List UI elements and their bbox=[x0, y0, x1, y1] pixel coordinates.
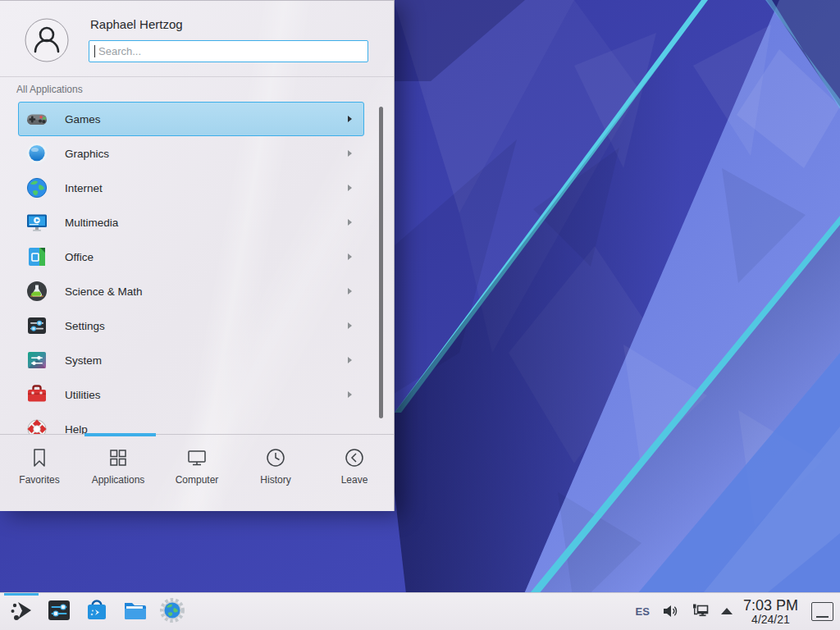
scrollbar-thumb[interactable] bbox=[379, 107, 383, 418]
kde-launcher-icon bbox=[8, 597, 34, 627]
menu-item-label: Graphics bbox=[65, 148, 109, 160]
submenu-arrow-icon bbox=[348, 322, 352, 329]
science-icon bbox=[25, 280, 48, 303]
keyboard-layout-indicator[interactable]: ES bbox=[636, 605, 650, 618]
tab-label: History bbox=[260, 474, 290, 486]
applications-icon bbox=[107, 447, 129, 468]
tab-applications[interactable]: Applications bbox=[79, 435, 158, 503]
user-avatar-icon[interactable] bbox=[25, 18, 69, 62]
favorites-icon bbox=[29, 447, 50, 468]
clock-date: 4/24/21 bbox=[743, 614, 798, 626]
tab-computer[interactable]: Computer bbox=[158, 435, 236, 503]
show-desktop-widget[interactable] bbox=[811, 602, 833, 621]
submenu-arrow-icon bbox=[348, 357, 352, 363]
menu-item-internet[interactable]: Internet bbox=[18, 171, 364, 205]
submenu-arrow-icon bbox=[348, 150, 352, 157]
active-tab-indicator bbox=[84, 433, 156, 436]
internet-icon bbox=[25, 176, 48, 199]
settings-icon bbox=[25, 314, 48, 337]
search-field-wrapper bbox=[89, 40, 368, 62]
tab-label: Applications bbox=[92, 474, 145, 486]
utilities-icon bbox=[25, 383, 48, 406]
user-name: Raphael Hertzog bbox=[90, 17, 183, 31]
submenu-arrow-icon bbox=[348, 288, 352, 294]
menu-item-label: Games bbox=[65, 113, 101, 126]
leave-icon bbox=[344, 447, 365, 468]
submenu-arrow-icon bbox=[348, 219, 352, 226]
graphics-icon bbox=[25, 142, 48, 165]
menu-item-graphics[interactable]: Graphics bbox=[18, 136, 364, 171]
menu-item-label: Help bbox=[65, 423, 88, 435]
menu-item-office[interactable]: Office bbox=[18, 240, 364, 274]
menu-item-label: Settings bbox=[65, 320, 105, 332]
search-input[interactable] bbox=[89, 40, 368, 62]
menu-item-multimedia[interactable]: Multimedia bbox=[18, 205, 364, 240]
volume-icon[interactable] bbox=[662, 603, 679, 619]
submenu-arrow-icon bbox=[348, 116, 352, 122]
menu-item-system[interactable]: System bbox=[18, 343, 364, 377]
games-icon bbox=[25, 107, 48, 130]
history-icon bbox=[265, 447, 286, 468]
tab-history[interactable]: History bbox=[236, 435, 315, 503]
tab-label: Favorites bbox=[19, 474, 59, 486]
file-manager-button[interactable] bbox=[120, 597, 149, 627]
text-cursor bbox=[94, 45, 95, 57]
panel-launchers bbox=[0, 597, 187, 627]
menu-item-science-math[interactable]: Science & Math bbox=[18, 274, 364, 308]
section-label: All Applications bbox=[16, 84, 83, 95]
clock-time: 7:03 PM bbox=[743, 598, 798, 614]
discover-bag-icon bbox=[84, 597, 110, 627]
tab-favorites[interactable]: Favorites bbox=[0, 435, 79, 503]
scrollbar-track[interactable] bbox=[379, 107, 383, 418]
network-icon[interactable] bbox=[691, 603, 710, 619]
submenu-arrow-icon bbox=[348, 253, 352, 260]
system-settings-icon bbox=[46, 597, 72, 627]
application-launcher-menu: Raphael Hertzog All Applications bbox=[0, 0, 395, 511]
tab-label: Computer bbox=[176, 474, 219, 486]
browser-globe-icon bbox=[159, 597, 185, 627]
digital-clock[interactable]: 7:03 PM 4/24/21 bbox=[743, 598, 798, 626]
submenu-arrow-icon bbox=[348, 391, 352, 398]
menu-item-utilities[interactable]: Utilities bbox=[18, 377, 364, 412]
taskbar-panel: ES 7:03 PM bbox=[0, 592, 840, 630]
system-settings-button[interactable] bbox=[44, 597, 74, 627]
menu-item-label: Internet bbox=[65, 182, 103, 194]
tab-leave[interactable]: Leave bbox=[315, 435, 394, 503]
system-icon bbox=[25, 349, 48, 372]
menu-item-label: Office bbox=[65, 251, 94, 263]
menu-item-label: Utilities bbox=[65, 389, 101, 401]
application-category-list: Games Graphics bbox=[0, 102, 394, 434]
expand-tray-icon[interactable] bbox=[721, 608, 733, 614]
discover-button[interactable] bbox=[82, 597, 112, 627]
help-icon bbox=[25, 418, 48, 434]
desktop: Raphael Hertzog All Applications bbox=[0, 0, 840, 630]
office-icon bbox=[25, 245, 48, 268]
menu-item-label: Science & Math bbox=[65, 285, 143, 298]
menu-item-settings[interactable]: Settings bbox=[18, 308, 364, 343]
launcher-tab-bar: Favorites Applications Computer bbox=[0, 434, 394, 503]
web-browser-button[interactable] bbox=[158, 597, 187, 627]
menu-item-label: Multimedia bbox=[65, 217, 118, 229]
tab-label: Leave bbox=[341, 474, 368, 486]
header-separator bbox=[0, 76, 394, 77]
menu-item-games[interactable]: Games bbox=[18, 102, 364, 136]
computer-icon bbox=[186, 447, 208, 468]
menu-item-label: System bbox=[65, 354, 102, 367]
application-launcher-button[interactable] bbox=[7, 597, 36, 627]
system-tray: ES 7:03 PM bbox=[636, 598, 840, 626]
dolphin-folder-icon bbox=[121, 597, 148, 627]
menu-item-help[interactable]: Help bbox=[18, 412, 364, 434]
multimedia-icon bbox=[25, 211, 48, 234]
submenu-arrow-icon bbox=[348, 185, 352, 191]
